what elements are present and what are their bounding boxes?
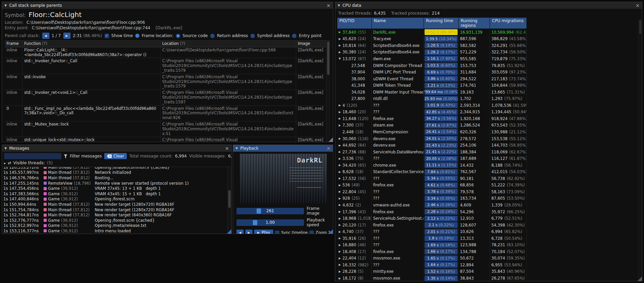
playback-speed-slider[interactable]: 1.00 [236, 219, 304, 226]
play-button[interactable]: ▶ Play [254, 230, 273, 234]
clear-button[interactable]: × Clear [104, 153, 127, 159]
cpu-row[interactable]: ▶16,880(46)???1.69 s(0.18%)123,98878,231… [337, 242, 640, 249]
cpu-row[interactable]: ▶20,120(17)firefox.exe2.1 s(0.22%)128,60… [337, 222, 640, 229]
expand-arrow-icon[interactable]: ▶ [339, 257, 342, 260]
resize-grip[interactable] [227, 229, 231, 234]
message-row[interactable]: 1s 147,383,566nsGame(36,912)VRAM 43x45: … [2, 191, 227, 197]
cpu-row[interactable]: 2,448(18)MemCompression24.41 s(2.54%)620… [337, 129, 640, 135]
callstack-row[interactable]: 0std::_Func_impl_no_alloc<<lambda_5bc224… [5, 106, 326, 121]
header-cpu-migrations[interactable]: CPU migrations [490, 18, 526, 29]
expand-arrow-icon[interactable]: ▶ [339, 263, 342, 266]
messages-titlebar[interactable]: ▼ Messages × [2, 145, 231, 152]
collapse-arrow-icon[interactable]: ▼ [4, 147, 7, 150]
cpu-row[interactable]: ▶28,228(5)mintty.exe1.52 s(0.16%)87,5043… [337, 268, 640, 275]
expand-arrow-icon[interactable]: ▶ [339, 164, 342, 167]
expand-arrow-icon[interactable]: ▶ [339, 270, 342, 273]
header-function[interactable]: Function (?) [22, 41, 160, 47]
cpu-row[interactable]: ▶18,968(1,018)ServiceHub.SettingsHost.ex… [337, 215, 640, 222]
scrollbar-thumb[interactable] [639, 20, 641, 34]
expand-arrow-icon[interactable]: ▶ [339, 230, 342, 233]
cpu-row[interactable]: ▼13,072(67)dwm.exe1:16.1(7.90%)955,58571… [337, 55, 640, 62]
message-row[interactable]: 1s 152,764,817nsMain thread(37,812)New r… [2, 212, 227, 218]
playback-titlebar[interactable]: ▼ Playback × [233, 145, 333, 152]
expand-arrow-icon[interactable]: ▶ [339, 170, 342, 173]
callstack-scrollbar[interactable] [326, 41, 330, 142]
radio-entry-point[interactable] [292, 34, 296, 38]
cpu-scrollbar[interactable] [638, 19, 642, 280]
header-name[interactable]: Name [372, 18, 424, 29]
message-row[interactable]: 1s 152,776,777nsGame(36,912)Opening /for… [2, 218, 227, 223]
expand-arrow-icon[interactable]: ▶ [339, 237, 342, 240]
cpu-row[interactable]: ▶16,332(982)???1.64 s(0.17%)12,8946,955(… [337, 262, 640, 268]
resize-grip[interactable] [328, 229, 333, 234]
expand-arrow-icon[interactable]: ▶ [339, 51, 342, 54]
frame-image-slider[interactable]: 261 [236, 208, 304, 214]
cpu-row[interactable]: ▶11,648(120)firefox.exe34.27 s(3.56%)1,9… [337, 115, 640, 122]
expand-arrow-icon[interactable]: ▶ [339, 223, 342, 227]
scrollbar-thumb[interactable] [228, 190, 231, 208]
shuffle-icon[interactable]: ⇄ [8, 161, 11, 165]
header-image[interactable]: Image [296, 41, 326, 47]
message-row[interactable]: 1s 153,116,377nsGame(36,912)Intro menu l… [2, 228, 227, 234]
cpu-titlebar[interactable]: ▼ CPU data × [335, 2, 642, 9]
callstack-row[interactable]: inlinestd::_Invoker_functor::_CallC:\Pro… [5, 58, 326, 74]
expand-arrow-icon[interactable]: ▶ [339, 44, 342, 47]
scrollbar-thumb[interactable] [327, 41, 329, 75]
cpu-row[interactable]: ▶4(120)???1:01.9(6.43%)2,593,3141,078,53… [337, 102, 640, 109]
expand-arrow-icon[interactable]: ▶ [339, 104, 342, 107]
close-icon[interactable]: × [635, 3, 640, 8]
header-running-time[interactable]: Running time [424, 18, 458, 29]
expand-arrow-icon[interactable]: ▶ [339, 137, 342, 140]
cpu-row[interactable]: ▶536(49)firefox.exe4.61 s(0.48%)68,85651… [337, 182, 640, 189]
expand-arrow-icon[interactable]: ▶ [339, 184, 342, 187]
cpu-row[interactable]: ▶35,916(26)???1.8 s(0.19%)13,3136,728(50… [337, 235, 640, 242]
cpu-row[interactable]: ▶44,692(84)devenv.exe21.43 s(2.23%)254,1… [337, 142, 640, 149]
show-time-checkbox[interactable]: ✔ [105, 34, 109, 38]
message-row[interactable]: 1s 152,912,997nsGame(36,912)Opening /met… [2, 223, 227, 229]
message-filter-input[interactable] [4, 153, 61, 159]
expand-arrow-icon[interactable]: ▶ [339, 210, 342, 213]
callstack-row[interactable]: inlinestd::unique_lock<std::mutex>::lock… [5, 137, 326, 142]
cpu-row[interactable]: ▶928(25)???3.34 s(0.35%)163,73487,605(53… [337, 195, 640, 202]
header-pid-tid[interactable]: PID/TID [337, 18, 371, 29]
expand-arrow-icon[interactable]: ▶ [339, 197, 342, 200]
cpu-row[interactable]: ▶8,628(18)StandardCollector.Service.e7.8… [337, 168, 640, 175]
close-icon[interactable]: × [225, 146, 229, 151]
zoom-2x-checkbox[interactable] [309, 231, 314, 234]
callstack-row[interactable]: inlinestd::_Mutex_base::lockC:\Program F… [5, 121, 326, 137]
expand-arrow-icon[interactable]: ▶ [339, 111, 342, 114]
cpu-row[interactable]: 27,548DWM Compositor Thread1:03.5(6.60%)… [337, 62, 640, 69]
collapse-arrow-icon[interactable]: ▼ [338, 4, 340, 7]
callstack-titlebar[interactable]: ▼ Call stack sample parents × [2, 2, 333, 9]
collapse-arrow-icon[interactable]: ▼ [235, 147, 238, 150]
cpu-row[interactable]: ▶22,804(45)???3.78 s(0.39%)79,57858,163(… [337, 188, 640, 195]
radio-return-address[interactable] [210, 34, 215, 38]
resize-grip[interactable] [328, 137, 333, 142]
cpu-row[interactable]: ▶18,408(17)firefox.exe1.66 s(0.17%)134,7… [337, 248, 640, 255]
cpu-row[interactable]: 37,904DWM LPC Port Thread6.69 s(0.70%)31… [337, 69, 640, 76]
message-row[interactable]: 1s 147,400,846nsGame(36,912)Opening /for… [2, 197, 227, 202]
expand-arrow-icon[interactable]: ▶ [339, 124, 342, 127]
cpu-row[interactable]: ▶37,840(55)DarkRL.exe13:52.1(86.46%)16,9… [337, 29, 640, 36]
header-running-regions[interactable]: Running regions [459, 18, 490, 29]
callstack-row[interactable]: inlinestd::_Invoker_ret<void,1>::_CallC:… [5, 90, 326, 105]
close-icon[interactable]: × [326, 146, 331, 151]
expand-arrow-icon[interactable]: ▶ [339, 31, 342, 34]
expand-arrow-icon[interactable]: ▶ [339, 217, 342, 220]
cpu-row[interactable]: 27,800ntdll.dll25.93 ms(0.00%)1,7021,293… [337, 95, 640, 102]
cpu-row[interactable]: 41,348DWM Token Thread1.21 s(0.13%)174,7… [337, 82, 640, 89]
message-row[interactable]: 1s 146,576,766nsMain thread(37,812)Booti… [2, 175, 227, 181]
expand-arrow-icon[interactable]: ▶ [339, 277, 342, 280]
expand-arrow-icon[interactable]: ▶ [339, 37, 342, 40]
next-frame-button[interactable]: ▶ [245, 230, 252, 234]
message-row[interactable]: 1s 151,754,784nsMain thread(37,812)New r… [2, 207, 227, 213]
message-row[interactable]: 1s 150,994,64nsMain thread(37,812)New re… [2, 202, 227, 207]
radio-source-code[interactable] [176, 34, 180, 38]
cpu-row[interactable]: ▶18,172(8)msvsmon.exe1.35 s(0.14%)38,843… [337, 275, 640, 281]
cpu-row[interactable]: ▶7,300(37)steam.exe27.61 s(2.87%)1,286,5… [337, 122, 640, 129]
cpu-row[interactable]: ▶34,420(65)chrome.exe11.11 s(1.15%)14,43… [337, 162, 640, 169]
cpu-row[interactable]: ▶30,060(116)devenv.exe24.01 s(2.50%)278,… [337, 135, 640, 142]
next-parent-button[interactable]: ▶ [63, 33, 71, 39]
cpu-row[interactable]: ▶3,536(75)???20.05 s(2.08%)187,689116,12… [337, 155, 640, 162]
prev-parent-button[interactable]: ◀ [42, 33, 49, 39]
